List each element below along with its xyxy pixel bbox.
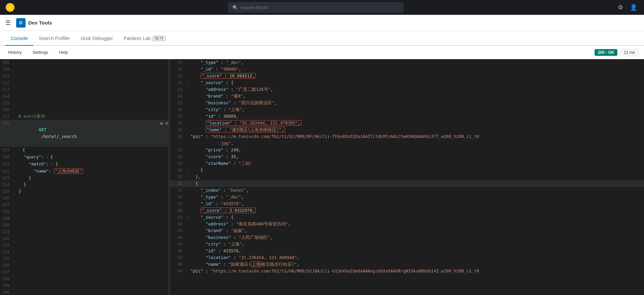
table-row: 137 [0,269,168,275]
line-content: GET /hotel/_search [13,120,158,147]
table-row: 24 "brand" : "速8", [170,93,644,100]
highlighted-score: "_score" : 10.084512, [201,73,256,79]
table-row: 32 "score" : 35, [170,153,644,160]
table-row: 22 ▾ "_source" : { [170,79,644,86]
table-row: 114 [0,93,168,100]
line-number: 19 [170,59,186,66]
line-number: 45 [170,241,186,248]
table-row: 136 [0,262,168,269]
line-number: 31 [170,147,186,153]
line-number: 33 [170,160,186,167]
table-row: 125 } [0,188,168,195]
table-row: 45 "city" : "上海", [170,241,644,248]
table-row: 129 [0,215,168,222]
fold-arrow-icon[interactable]: ▾ [186,180,190,187]
line-number: 130 [0,222,13,228]
line-number: 23 [170,86,186,93]
line-content: }, [190,174,644,180]
table-row: 122 "name": "上海赤峰路" [0,168,168,175]
table-row: 132 [0,235,168,242]
copy-icon[interactable]: ⚙ [166,120,168,126]
table-row: 47 "location" : "31.236454, 121.480948", [170,254,644,261]
line-content: "_id" : "38609", [190,66,644,73]
fold-arrow[interactable]: ▾ [51,161,56,168]
tab-search-profiler[interactable]: Search Profiler [33,32,75,46]
table-row: 26 "city" : "上海", [170,106,644,113]
line-number: 117 [0,113,13,120]
line-number: 115 [0,100,13,106]
table-row: 117 # match查询 [0,113,168,120]
line-content: "location" : "31.236454, 121.480948", [190,254,644,261]
table-row: 113 [0,86,168,93]
line-number: 128 [0,208,13,215]
highlighted-location: "location" : "31.282444, 121.479385", [206,120,301,126]
line-number: 134 [0,249,13,255]
fold-arrow[interactable]: ▾ [19,147,23,154]
table-row: 109 [0,59,168,66]
table-row: 31 "price" : 249, [170,147,644,153]
table-row: 130 [0,222,168,228]
table-row: 35 }, [170,174,644,180]
editor-area[interactable]: 109 110 111 112 113 114 [0,59,168,295]
table-row: 30 "pic" : "https://m.tuniucdn.com/fb2/t… [170,133,644,140]
line-number: 22 [170,79,186,86]
output-panel[interactable]: 19 "_type" : "_doc", 20 "_id" : "38609",… [170,59,644,295]
line-number: 34 [170,167,186,174]
line-number: 21 [170,73,186,79]
help-button[interactable]: 👤 [629,2,639,12]
line-content: "name" : "速8酒店(上海赤峰路店)", [190,126,644,133]
search-bar-container: 🔍 [20,2,611,12]
tab-painless-lab[interactable]: Painless Lab BETA [118,32,171,46]
tab-grok-debugger[interactable]: Grok Debugger [75,32,118,46]
nav-icons: ⚙ 👤 [616,2,639,12]
line-content: "_source" : { [190,214,644,221]
global-search-bar[interactable]: 🔍 [228,2,403,12]
line-content: "pic" : "https://m.tuniucdn.com/fb2/t1/G… [190,133,493,140]
table-row: 111 [0,73,168,79]
fold-arrow[interactable]: ▾ [46,154,50,161]
table-row: 41 ▾ "_source" : { [170,214,644,221]
user-avatar-button[interactable]: ⚙ [616,2,624,12]
search-input[interactable] [241,5,399,10]
table-row: 37 "_index" : "hotel", [170,187,644,194]
line-number: 121 [0,161,13,168]
line-number: 122 [0,168,13,175]
fold-arrow-icon[interactable]: ▾ [186,167,190,174]
line-number: 30 [170,133,186,140]
table-row: 110 [0,66,168,73]
table-row: .jpg", [170,140,644,147]
line-number: 116 [0,106,13,113]
line-number: 112 [0,79,13,86]
line-content: "address" : "广灵二路126号", [190,86,644,93]
status-badge-container: 200 - OK 21 ms [595,49,639,56]
help-toolbar-button[interactable]: Help [56,48,71,56]
table-row: 40 "_score" : 3.9332979, [170,207,644,214]
elastic-logo[interactable]: e [5,3,15,12]
url-path: /hotel/_search [39,134,77,139]
hamburger-menu[interactable]: ☰ [5,19,11,27]
line-number: 124 [0,181,13,188]
history-button[interactable]: History [5,48,24,56]
main-layout: 109 110 111 112 113 114 [0,59,644,295]
line-number: 42 [170,221,186,227]
line-content: "business" : "人民广场地区", [190,234,644,241]
highlighted-name: "name" : "速8酒店(上海赤峰路店)", [206,127,285,133]
line-number: 109 [0,59,13,66]
line-content: } [13,188,168,195]
line-content: } [13,175,168,181]
line-content: "id" : 38609, [190,113,644,120]
table-row: 135 [0,255,168,262]
line-number: 125 [0,188,13,195]
fold-arrow-icon[interactable]: ▾ [186,79,190,86]
fold-arrow-icon[interactable]: ▾ [186,214,190,221]
line-content: "name" : "如家酒店(上海南京路步行街店)", [190,261,644,268]
highlighted-value: "上海赤峰路" [54,168,83,174]
line-number: 120 [0,154,13,160]
tab-console[interactable]: Console [5,32,33,46]
table-row: 123 } [0,175,168,181]
line-number: 25 [170,100,186,106]
settings-button[interactable]: Settings [30,48,51,56]
table-row: 138 [0,275,168,282]
run-icon[interactable]: ▶ [160,120,163,126]
table-row: 140 [0,289,168,295]
